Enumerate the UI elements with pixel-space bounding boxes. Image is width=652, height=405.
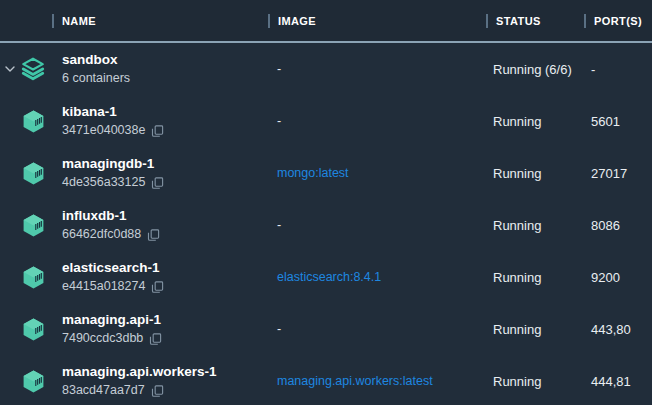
container-subtitle: 4de356a33125 <box>62 173 164 192</box>
column-header-image[interactable]: IMAGE <box>268 0 486 41</box>
name-cell: managing.api-1 7490ccdc3dbb <box>0 303 268 355</box>
name-cell: sandbox 6 containers <box>0 43 268 95</box>
image-cell: - <box>268 322 486 336</box>
ports-cell: 27017 <box>582 166 652 181</box>
name-text-group: managing.api.workers-1 83acd47aa7d7 <box>62 362 217 400</box>
column-label: NAME <box>62 15 96 27</box>
name-text-group: managing.api-1 7490ccdc3dbb <box>62 310 162 348</box>
name-cell: managingdb-1 4de356a33125 <box>0 147 268 199</box>
status-cell: Running <box>486 218 582 233</box>
container-subtitle: 3471e040038e <box>62 121 164 140</box>
container-row[interactable]: kibana-1 3471e040038e - Running 5601 <box>0 95 652 147</box>
chevron-down-icon <box>5 66 15 72</box>
name-cell: elasticsearch-1 e4415a018274 <box>0 251 268 303</box>
image-cell: elasticsearch:8.4.1 <box>268 270 486 284</box>
containers-table: NAME IMAGE STATUS PORT(S) <box>0 0 652 405</box>
column-divider <box>268 14 270 28</box>
column-header-ports[interactable]: PORT(S) <box>582 0 652 41</box>
container-name: kibana-1 <box>62 102 164 121</box>
container-id: 83acd47aa7d7 <box>62 381 145 400</box>
column-header-status[interactable]: STATUS <box>486 0 582 41</box>
container-icon <box>20 316 46 342</box>
name-cell: kibana-1 3471e040038e <box>0 95 268 147</box>
ports-cell: 5601 <box>582 114 652 129</box>
container-row[interactable]: sandbox 6 containers - Running (6/6) - <box>0 43 652 95</box>
container-row[interactable]: managing.api.workers-1 83acd47aa7d7 mana… <box>0 355 652 405</box>
container-id: e4415a018274 <box>62 277 145 296</box>
image-cell: mongo:latest <box>268 166 486 180</box>
image-cell: - <box>268 218 486 232</box>
copy-icon[interactable] <box>151 124 164 138</box>
container-row[interactable]: managingdb-1 4de356a33125 mongo:latest R… <box>0 147 652 199</box>
container-icon <box>20 160 46 186</box>
name-text-group: sandbox 6 containers <box>62 50 130 88</box>
column-label: IMAGE <box>278 15 316 27</box>
column-divider <box>584 14 586 28</box>
container-name: sandbox <box>62 50 130 69</box>
expand-toggle[interactable] <box>0 66 20 72</box>
status-cell: Running <box>486 166 582 181</box>
status-cell: Running (6/6) <box>486 62 582 77</box>
container-name: managing.api.workers-1 <box>62 362 217 381</box>
container-name: elasticsearch-1 <box>62 258 164 277</box>
ports-cell: 443,80 <box>582 322 652 337</box>
copy-icon[interactable] <box>151 280 164 294</box>
status-cell: Running <box>486 114 582 129</box>
image-cell: - <box>268 114 486 128</box>
container-id: 66462dfc0d88 <box>62 225 141 244</box>
container-row[interactable]: managing.api-1 7490ccdc3dbb - Running 44… <box>0 303 652 355</box>
container-name: managingdb-1 <box>62 154 164 173</box>
container-name: influxdb-1 <box>62 206 160 225</box>
container-id: 7490ccdc3dbb <box>62 329 143 348</box>
column-label: PORT(S) <box>594 15 642 27</box>
container-icon <box>20 108 46 134</box>
container-icon <box>20 212 46 238</box>
container-icon <box>20 264 46 290</box>
table-header: NAME IMAGE STATUS PORT(S) <box>0 0 652 43</box>
status-cell: Running <box>486 374 582 389</box>
name-text-group: managingdb-1 4de356a33125 <box>62 154 164 192</box>
image-cell: - <box>268 62 486 76</box>
ports-cell: 444,81 <box>582 374 652 389</box>
stack-icon <box>20 56 46 82</box>
container-id: 6 containers <box>62 69 130 88</box>
container-row[interactable]: elasticsearch-1 e4415a018274 elasticsear… <box>0 251 652 303</box>
ports-cell: 8086 <box>582 218 652 233</box>
name-cell: managing.api.workers-1 83acd47aa7d7 <box>0 355 268 405</box>
container-subtitle: 7490ccdc3dbb <box>62 329 162 348</box>
table-body: sandbox 6 containers - Running (6/6) - <box>0 43 652 405</box>
container-name: managing.api-1 <box>62 310 162 329</box>
container-subtitle: 6 containers <box>62 69 130 88</box>
name-cell: influxdb-1 66462dfc0d88 <box>0 199 268 251</box>
container-subtitle: 66462dfc0d88 <box>62 225 160 244</box>
name-text-group: kibana-1 3471e040038e <box>62 102 164 140</box>
copy-icon[interactable] <box>151 176 164 190</box>
ports-cell: 9200 <box>582 270 652 285</box>
container-subtitle: 83acd47aa7d7 <box>62 381 217 400</box>
copy-icon[interactable] <box>151 384 164 398</box>
copy-icon[interactable] <box>147 228 160 242</box>
column-divider <box>486 14 488 28</box>
name-text-group: influxdb-1 66462dfc0d88 <box>62 206 160 244</box>
column-header-name[interactable]: NAME <box>0 0 268 41</box>
container-icon <box>20 368 46 394</box>
status-cell: Running <box>486 270 582 285</box>
status-cell: Running <box>486 322 582 337</box>
ports-cell: - <box>582 62 652 77</box>
container-subtitle: e4415a018274 <box>62 277 164 296</box>
container-id: 4de356a33125 <box>62 173 145 192</box>
container-id: 3471e040038e <box>62 121 145 140</box>
container-row[interactable]: influxdb-1 66462dfc0d88 - Running 8086 <box>0 199 652 251</box>
column-divider <box>52 14 54 28</box>
name-text-group: elasticsearch-1 e4415a018274 <box>62 258 164 296</box>
copy-icon[interactable] <box>149 332 162 346</box>
column-label: STATUS <box>496 15 541 27</box>
image-cell: managing.api.workers:latest <box>268 374 486 388</box>
